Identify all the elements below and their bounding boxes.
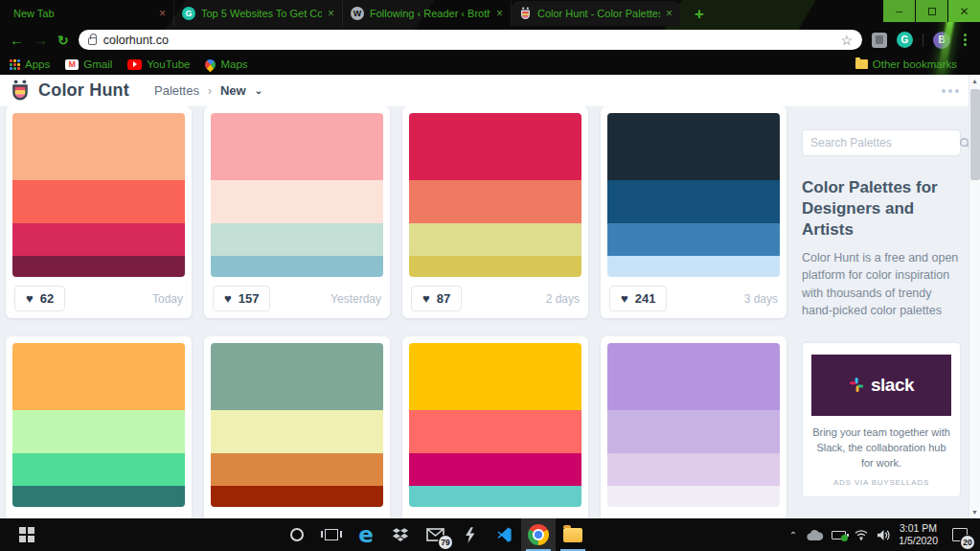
palette-color-2[interactable] bbox=[211, 180, 383, 222]
palette-color-3[interactable] bbox=[211, 223, 383, 256]
bookmark-star-icon[interactable]: ☆ bbox=[840, 33, 853, 48]
scrollbar-thumb[interactable] bbox=[970, 89, 980, 180]
palette-color-1[interactable] bbox=[409, 343, 581, 410]
close-button[interactable]: ✕ bbox=[947, 0, 980, 22]
edge-button[interactable]: e bbox=[349, 518, 383, 551]
restore-button[interactable] bbox=[915, 0, 947, 22]
dropbox-button[interactable] bbox=[383, 518, 418, 551]
scroll-up-icon[interactable]: ▲ bbox=[969, 75, 980, 87]
tab-top5-websites[interactable]: G Top 5 Websites To Get Color Sche × bbox=[174, 1, 343, 26]
back-icon[interactable]: ← bbox=[10, 33, 24, 47]
bookmark-maps[interactable]: Maps bbox=[205, 58, 247, 70]
cortana-button[interactable] bbox=[280, 518, 314, 551]
palette-color-1[interactable] bbox=[607, 113, 780, 180]
url-text[interactable]: colorhunt.co bbox=[103, 34, 834, 47]
palette-color-4[interactable] bbox=[12, 486, 185, 507]
grammarly-extension-icon[interactable]: G bbox=[897, 32, 913, 48]
colorhunt-logo[interactable] bbox=[10, 79, 31, 103]
nav-new[interactable]: New bbox=[220, 83, 246, 98]
palette-color-2[interactable] bbox=[607, 180, 780, 222]
wifi-icon[interactable] bbox=[854, 529, 869, 540]
palette-color-4[interactable] bbox=[607, 256, 780, 277]
palette-color-3[interactable] bbox=[607, 453, 780, 486]
browser-menu-icon[interactable] bbox=[960, 32, 970, 48]
palette[interactable] bbox=[211, 113, 383, 277]
palette-color-1[interactable] bbox=[12, 113, 185, 180]
palette-color-3[interactable] bbox=[409, 223, 581, 256]
palette-color-1[interactable] bbox=[211, 343, 383, 410]
palette-color-2[interactable] bbox=[211, 410, 383, 452]
volume-icon[interactable] bbox=[877, 529, 891, 541]
palette[interactable] bbox=[607, 343, 780, 507]
palette-color-4[interactable] bbox=[211, 486, 383, 507]
minimize-button[interactable]: – bbox=[882, 0, 915, 22]
header-menu-icon[interactable] bbox=[942, 89, 959, 93]
nav-palettes[interactable]: Palettes bbox=[154, 83, 199, 98]
file-explorer-button[interactable] bbox=[556, 518, 590, 551]
palette-color-3[interactable] bbox=[409, 453, 581, 486]
palette-color-4[interactable] bbox=[211, 256, 383, 277]
ad-disclosure[interactable]: ADS VIA BUYSELLADS bbox=[810, 478, 952, 487]
tab-color-hunt-active[interactable]: Color Hunt - Color Palettes for D × bbox=[512, 1, 680, 26]
mail-button[interactable]: 79 bbox=[418, 518, 452, 551]
scroll-down-icon[interactable]: ▼ bbox=[969, 506, 980, 518]
vscode-button[interactable] bbox=[487, 518, 521, 551]
like-button[interactable]: ♥ 62 bbox=[14, 286, 65, 311]
palette-color-1[interactable] bbox=[12, 343, 185, 410]
palette-color-2[interactable] bbox=[12, 180, 185, 222]
palette[interactable] bbox=[409, 343, 581, 507]
palette-color-4[interactable] bbox=[12, 256, 185, 277]
like-button[interactable]: ♥ 241 bbox=[609, 286, 667, 311]
action-center-button[interactable]: 20 bbox=[946, 518, 974, 551]
palette-color-1[interactable] bbox=[607, 343, 780, 410]
new-tab-button[interactable]: + bbox=[688, 3, 711, 26]
bookmark-apps[interactable]: Apps bbox=[10, 58, 50, 70]
palette[interactable] bbox=[607, 113, 780, 277]
palette-color-4[interactable] bbox=[409, 486, 581, 507]
like-button[interactable]: ♥ 87 bbox=[411, 286, 462, 311]
search-input[interactable] bbox=[810, 136, 959, 149]
lightning-app-button[interactable] bbox=[452, 518, 487, 551]
palette[interactable] bbox=[211, 343, 383, 507]
palette-color-3[interactable] bbox=[607, 223, 780, 256]
palette-color-2[interactable] bbox=[409, 180, 581, 222]
palette[interactable] bbox=[409, 113, 581, 277]
chrome-taskbar-button[interactable] bbox=[521, 518, 556, 551]
palette[interactable] bbox=[12, 343, 185, 507]
site-title[interactable]: Color Hunt bbox=[38, 80, 129, 101]
slack-ad-banner[interactable]: slack bbox=[811, 355, 951, 416]
tab-wordpress-reader[interactable]: W Following ‹ Reader ‹ Brothers Wh × bbox=[343, 1, 512, 26]
palette-color-2[interactable] bbox=[607, 410, 780, 452]
tab-close-icon[interactable]: × bbox=[496, 7, 503, 20]
taskbar-clock[interactable]: 3:01 PM 1/5/2020 bbox=[899, 522, 938, 547]
forward-icon[interactable]: → bbox=[34, 33, 48, 47]
page-scrollbar[interactable]: ▲ ▼ bbox=[969, 75, 980, 518]
bookmark-gmail[interactable]: M Gmail bbox=[65, 58, 112, 70]
tab-close-icon[interactable]: × bbox=[159, 7, 166, 20]
search-box[interactable] bbox=[802, 129, 961, 156]
start-button[interactable] bbox=[10, 518, 44, 551]
palette-color-3[interactable] bbox=[12, 453, 185, 486]
chevron-down-icon[interactable]: ⌄ bbox=[255, 85, 262, 96]
extension-icon[interactable] bbox=[872, 33, 887, 48]
palette-color-3[interactable] bbox=[12, 223, 185, 256]
palette-color-1[interactable] bbox=[409, 113, 581, 180]
tray-expand-icon[interactable]: ⌃ bbox=[789, 530, 797, 540]
search-icon[interactable] bbox=[959, 137, 969, 149]
palette[interactable] bbox=[12, 113, 185, 277]
tab-new-tab[interactable]: New Tab × bbox=[6, 1, 174, 26]
bookmark-youtube[interactable]: YouTube bbox=[127, 58, 190, 70]
reload-icon[interactable]: ↻ bbox=[57, 34, 69, 47]
palette-color-2[interactable] bbox=[409, 410, 581, 452]
palette-color-3[interactable] bbox=[211, 453, 383, 486]
onedrive-icon[interactable] bbox=[805, 529, 824, 541]
tab-close-icon[interactable]: × bbox=[328, 7, 334, 20]
palette-color-1[interactable] bbox=[211, 113, 383, 180]
tab-close-icon[interactable]: × bbox=[666, 7, 672, 20]
palette-color-4[interactable] bbox=[409, 256, 581, 277]
task-view-button[interactable] bbox=[314, 518, 349, 551]
battery-icon[interactable] bbox=[832, 531, 846, 540]
palette-color-4[interactable] bbox=[607, 486, 780, 507]
like-button[interactable]: ♥ 157 bbox=[213, 286, 270, 311]
address-bar[interactable]: colorhunt.co ☆ bbox=[79, 30, 862, 50]
